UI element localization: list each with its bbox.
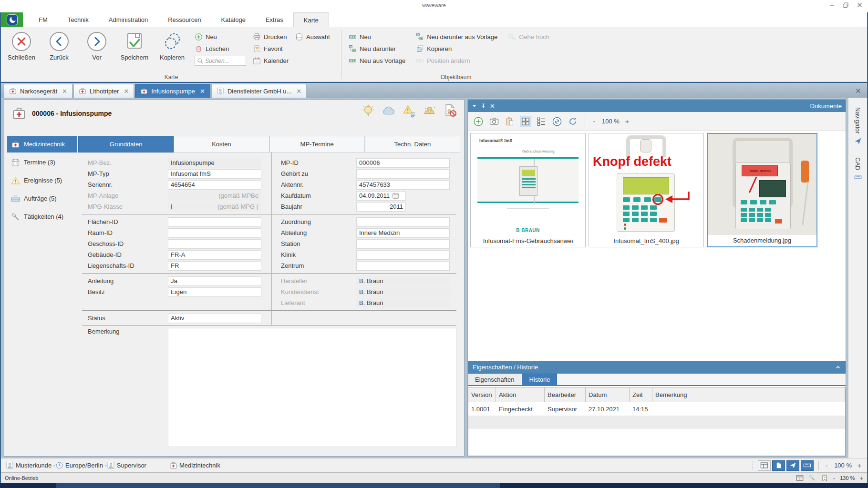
field-geschoss-id[interactable] [168, 239, 261, 249]
cloud-icon[interactable] [382, 103, 396, 118]
close-tab-icon[interactable]: ✕ [124, 88, 129, 95]
tab-kosten[interactable]: Kosten [174, 136, 269, 152]
ribbon-neu-aus-vorlage[interactable]: Neu aus Vorlage [349, 56, 405, 65]
column-bearbeiter[interactable]: Bearbeiter [545, 387, 586, 402]
ribbon-auswahl[interactable]: Auswahl [295, 32, 330, 41]
bookmark-icon[interactable] [821, 475, 828, 481]
ribbon-schlie-en[interactable]: Schließen [6, 29, 37, 61]
ribbon-favorit[interactable]: Favorit [253, 44, 289, 53]
close-panel-icon[interactable] [490, 103, 495, 109]
field-station[interactable] [356, 239, 450, 249]
field-mpg-klasse[interactable]: I(gemäß MPG ( [168, 202, 261, 212]
field-besitz[interactable]: Eigen [168, 287, 261, 297]
close-tab-icon[interactable]: ✕ [200, 88, 205, 95]
table-row[interactable]: 1.0001EingechecktSupervisor27.10.202114:… [468, 402, 845, 416]
field-zuordnung[interactable] [356, 217, 450, 227]
document-card-damage-report[interactable]: Taste defekt Schadenmeldung.jpg [707, 133, 817, 247]
field-abteilung[interactable]: Innere Medizin [356, 228, 450, 238]
restore-icon[interactable] [842, 1, 849, 9]
field-kundendienst[interactable]: B. Braun [356, 287, 450, 297]
field-liegenschafts-id[interactable]: FR [168, 261, 261, 271]
close-tab-icon[interactable]: ✕ [62, 88, 67, 95]
bemerkung-field[interactable] [168, 328, 456, 447]
side-tab-cad[interactable]: CAD [854, 157, 862, 181]
tab-techn-daten[interactable]: Techn. Daten [365, 136, 460, 152]
menu-extras[interactable]: Extras [256, 12, 293, 27]
ribbon-neu-darunter-aus-vorlage[interactable]: Neu darunter aus Vorlage [416, 32, 497, 41]
field-mp-id[interactable]: 000006 [356, 158, 450, 168]
field-anleitung[interactable]: Ja [168, 276, 261, 286]
app-zoom-in-button[interactable]: + [859, 475, 863, 482]
ribbon-zur-ck[interactable]: Zurück [43, 29, 75, 61]
ribbon-vor[interactable]: Vor [81, 29, 113, 61]
field-klinik[interactable] [356, 250, 450, 260]
ribbon-kopieren[interactable]: Kopieren [416, 44, 497, 53]
tab-narkoseger-t[interactable]: Narkosegerät✕ [4, 84, 72, 98]
field-geb-ude-id[interactable]: FR-A [168, 250, 261, 260]
layout-icon[interactable] [796, 475, 804, 481]
column-aktion[interactable]: Aktion [496, 387, 545, 402]
collapse-icon[interactable] [835, 365, 841, 370]
grid-view-icon[interactable] [520, 116, 531, 127]
app-zoom-out-button[interactable]: - [833, 475, 835, 482]
menu-kataloge[interactable]: Kataloge [211, 12, 256, 27]
field-mp-bez[interactable]: Infusionspumpe [168, 158, 261, 168]
field-seriennr[interactable]: 4654654 [168, 180, 261, 190]
column-datum[interactable]: Datum [586, 387, 630, 402]
field-fl-chen-id[interactable] [168, 217, 261, 227]
calendar-icon[interactable] [392, 192, 399, 199]
documents-zoom-in-button[interactable]: + [624, 117, 630, 125]
tabstrip-close-icon[interactable] [855, 88, 861, 94]
menu-administration[interactable]: Administration [99, 12, 158, 27]
close-tab-icon[interactable]: ✕ [296, 88, 301, 95]
ribbon-neu-darunter[interactable]: Neu darunter [349, 44, 405, 53]
menu-ressourcen[interactable]: Ressourcen [158, 12, 211, 27]
document-card-manual[interactable]: Infusomat® fmS Gebrauchsanweisung B BRAU… [470, 133, 586, 247]
side-tab-navigator[interactable]: Navigator [854, 107, 862, 145]
field-status[interactable]: Aktiv [168, 314, 261, 323]
statusbar-zoom-out-button[interactable]: - [824, 461, 829, 469]
hammer-icon[interactable] [808, 475, 816, 481]
sidebar-item-auftr-ge-5[interactable]: Aufträge (5) [7, 190, 77, 207]
tab-dienstleister-gmbh-u[interactable]: Dienstleister GmbH u...✕ [211, 84, 307, 98]
documents-zoom-out-button[interactable]: - [591, 117, 597, 125]
sidebar-item-medizintechnik[interactable]: Medizintechnik [7, 136, 77, 152]
tab-mp-termine[interactable]: MP-Termine [269, 136, 365, 152]
pin-icon[interactable] [481, 103, 486, 109]
taskbar-window-segment[interactable] [56, 483, 500, 488]
field-geh-rt-zu[interactable] [356, 169, 450, 179]
gold-icon[interactable] [423, 103, 437, 118]
sidebar-item-t-tigkeiten-4[interactable]: Tätigkeiten (4) [7, 208, 77, 225]
ribbon-kopieren[interactable]: Kopieren [156, 29, 188, 61]
ribbon-speichern[interactable]: Speichern [119, 29, 150, 61]
menu-fm[interactable]: FM [29, 12, 58, 27]
ribbon-drucken[interactable]: Drucken [253, 32, 289, 41]
field-raum-id[interactable] [168, 228, 261, 238]
warn-list-icon[interactable] [402, 103, 416, 118]
field-kaufdatum[interactable]: 04.09.2011 [356, 191, 406, 201]
ribbon-neu[interactable]: Neu [195, 32, 246, 41]
column-zeit[interactable]: Zeit [630, 387, 652, 402]
field-aktennr[interactable]: 457457633 [356, 180, 450, 190]
document-card-photo[interactable]: Knopf defekt Infusomat_fmS_400.jpg [589, 133, 704, 247]
add-document-icon[interactable] [473, 116, 484, 127]
refresh-icon[interactable] [567, 116, 579, 127]
field-baujahr[interactable]: 2011 [356, 202, 406, 212]
sidebar-item-termine-3[interactable]: Termine (3) [7, 154, 77, 171]
field-mp-anlage[interactable]: (gemäß MPBe [168, 191, 261, 201]
camera-icon[interactable] [488, 116, 500, 127]
search-input[interactable] [205, 58, 243, 64]
field-mp-typ[interactable]: Infusomat fmS [168, 169, 261, 179]
column-version[interactable]: Version [468, 387, 496, 402]
ribbon-kalender[interactable]: Kalender [253, 56, 289, 65]
close-window-icon[interactable] [856, 1, 863, 9]
panel-menu-icon[interactable] [472, 103, 477, 109]
doc-blocked-icon[interactable] [443, 103, 457, 118]
ribbon-neu[interactable]: Neu [349, 32, 405, 41]
statusbar-zoom-in-button[interactable]: + [857, 461, 862, 469]
column-bemerkung[interactable]: Bemerkung [652, 387, 698, 402]
app-logo-icon[interactable] [1, 12, 23, 27]
field-hersteller[interactable]: B. Braun [356, 276, 450, 286]
menu-technik[interactable]: Technik [58, 12, 99, 27]
field-zentrum[interactable] [356, 261, 450, 271]
